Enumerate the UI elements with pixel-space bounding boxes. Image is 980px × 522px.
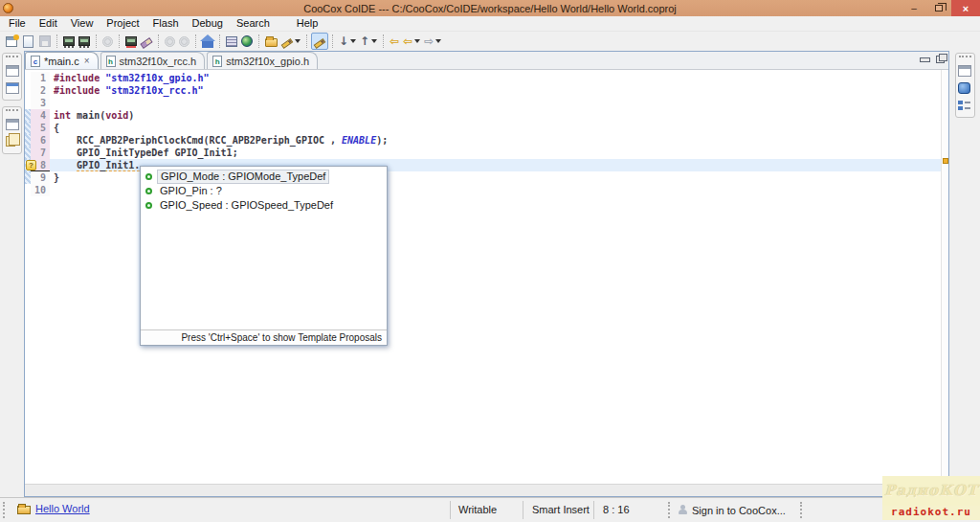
prev-annotation-icon[interactable]: ↑ — [358, 33, 379, 50]
tab-label: stm32f10x_gpio.h — [226, 56, 309, 67]
cursor-position: 8 : 16 — [603, 504, 630, 515]
dropdown-caret-icon[interactable] — [414, 39, 420, 43]
rebuild-icon[interactable] — [77, 33, 92, 50]
code-text[interactable]: int main(void) — [50, 109, 941, 122]
debug-icon[interactable] — [177, 33, 191, 50]
build-icon — [63, 36, 75, 46]
new-file-icon[interactable] — [19, 33, 37, 50]
help-view-icon[interactable] — [958, 82, 970, 94]
forward-icon: ⇨ — [424, 34, 434, 48]
last-edit-icon: ⇦ — [390, 34, 399, 48]
dropdown-caret-icon[interactable] — [295, 39, 301, 43]
save-icon[interactable] — [37, 33, 53, 50]
code-text[interactable]: RCC_APB2PeriphClockCmd(RCC_APB2Periph_GP… — [50, 134, 941, 147]
program-flash-icon[interactable] — [279, 33, 302, 50]
toolbar-separator — [383, 34, 384, 48]
new-project-icon[interactable] — [4, 33, 19, 50]
toolbar-separator — [56, 34, 57, 48]
project-name[interactable]: Hello World — [35, 503, 90, 514]
project-view-icon[interactable] — [6, 82, 19, 94]
last-edit-icon[interactable]: ⇦ — [388, 33, 401, 50]
menu-edit[interactable]: Edit — [33, 16, 64, 31]
view-window-icon[interactable] — [6, 119, 19, 130]
dropdown-caret-icon[interactable] — [350, 39, 356, 43]
drag-grip[interactable] — [800, 502, 802, 518]
peripherals-icon[interactable] — [224, 33, 239, 50]
back-icon[interactable]: ⇦ — [401, 33, 422, 50]
tab-close-icon[interactable]: × — [84, 56, 90, 66]
menu-search[interactable]: Search — [230, 16, 277, 31]
build-icon[interactable] — [61, 33, 77, 50]
drag-grip[interactable] — [3, 502, 5, 518]
view-window-icon[interactable] — [958, 65, 971, 77]
files-view-icon[interactable] — [6, 136, 15, 147]
code-line-3: 3 — [25, 97, 941, 109]
close-button[interactable]: × — [951, 0, 980, 16]
menu-file[interactable]: File — [2, 16, 33, 31]
writable-status: Writable — [458, 504, 497, 515]
fastview-stack-top — [2, 53, 22, 101]
folder-icon — [17, 506, 31, 514]
dropdown-caret-icon[interactable] — [435, 39, 441, 43]
code-line-2: 2#include "stm32f10x_rcc.h" — [25, 84, 941, 97]
c-file-icon: c — [31, 56, 40, 67]
drag-grip[interactable] — [6, 109, 18, 113]
menu-help[interactable]: Help — [290, 16, 325, 31]
code-text[interactable]: #include "stm32f10x_gpio.h" — [50, 72, 941, 84]
quick-assist-icon[interactable]: ? — [26, 160, 36, 170]
assist-item[interactable]: GPIO_Speed : GPIOSpeed_TypeDef — [141, 198, 387, 213]
menu-debug[interactable]: Debug — [186, 16, 230, 31]
restore-view-icon[interactable] — [6, 65, 19, 77]
horizontal-scrollbar[interactable] — [25, 484, 948, 496]
compile-icon[interactable] — [100, 33, 115, 50]
insert-mode-status: Smart Insert — [532, 504, 590, 515]
assist-item[interactable]: GPIO_Mode : GPIOMode_TypeDef — [141, 170, 387, 184]
tab--main-c[interactable]: c*main.c× — [25, 52, 99, 69]
debug-config-icon[interactable] — [163, 33, 177, 50]
warning-marker-icon[interactable] — [943, 158, 948, 164]
assist-item[interactable]: GPIO_Pin : ? — [141, 184, 387, 198]
next-annotation-icon[interactable]: ↓ — [337, 33, 358, 50]
overview-ruler[interactable] — [941, 70, 948, 484]
home-icon[interactable] — [200, 33, 215, 50]
tab-stm32f10x-rcc-h[interactable]: hstm32f10x_rcc.h — [100, 52, 206, 69]
line-number: 5 — [31, 122, 50, 134]
minimize-view-icon[interactable] — [918, 54, 930, 64]
code-text[interactable] — [50, 97, 941, 109]
content-assist-list: GPIO_Mode : GPIOMode_TypeDefGPIO_Pin : ?… — [141, 167, 387, 329]
restore-button[interactable] — [926, 0, 951, 16]
menu-project[interactable]: Project — [100, 16, 145, 31]
download-flash-icon[interactable] — [123, 33, 139, 50]
outline-view-icon[interactable] — [958, 100, 970, 111]
tab-stm32f10x-gpio-h[interactable]: hstm32f10x_gpio.h — [207, 52, 318, 69]
line-number: 9 — [31, 171, 50, 184]
new-file-icon — [23, 35, 33, 48]
browser-icon[interactable] — [239, 33, 255, 50]
highlight-icon[interactable] — [311, 33, 328, 50]
code-text[interactable]: { — [50, 122, 941, 134]
minimize-button[interactable]: – — [902, 0, 926, 16]
drag-grip[interactable] — [668, 502, 670, 518]
dropdown-caret-icon[interactable] — [371, 39, 377, 43]
forward-icon[interactable]: ⇨ — [422, 33, 443, 50]
rebuild-icon — [78, 36, 90, 46]
drag-grip[interactable] — [959, 56, 971, 59]
title-bar: CooCox CoIDE --- C:/CooCox/CoIDE/workspa… — [0, 0, 980, 16]
menu-flash[interactable]: Flash — [146, 16, 186, 31]
fastview-stack-bottom — [2, 106, 22, 154]
open-folder-icon[interactable] — [263, 33, 279, 50]
erase-flash-icon[interactable] — [139, 33, 154, 50]
sign-in-button[interactable]: Sign in to CooCox... — [678, 504, 786, 516]
menu-view[interactable]: View — [64, 16, 100, 31]
back-icon: ⇦ — [403, 34, 412, 48]
code-line-6: 6 RCC_APB2PeriphClockCmd(RCC_APB2Periph_… — [25, 134, 941, 147]
code-editor[interactable]: 1#include "stm32f10x_gpio.h"2#include "s… — [25, 70, 948, 484]
line-number: 6 — [31, 134, 50, 147]
drag-grip[interactable] — [6, 56, 18, 59]
code-text[interactable]: #include "stm32f10x_rcc.h" — [50, 84, 941, 97]
maximize-view-icon[interactable] — [934, 54, 947, 64]
code-text[interactable]: GPIO_InitTypeDef GPIO_Init1; — [50, 147, 941, 159]
project-link[interactable]: Hello World — [17, 503, 90, 514]
toolbar-separator — [158, 34, 159, 48]
tab-label: stm32f10x_rcc.h — [120, 56, 197, 67]
